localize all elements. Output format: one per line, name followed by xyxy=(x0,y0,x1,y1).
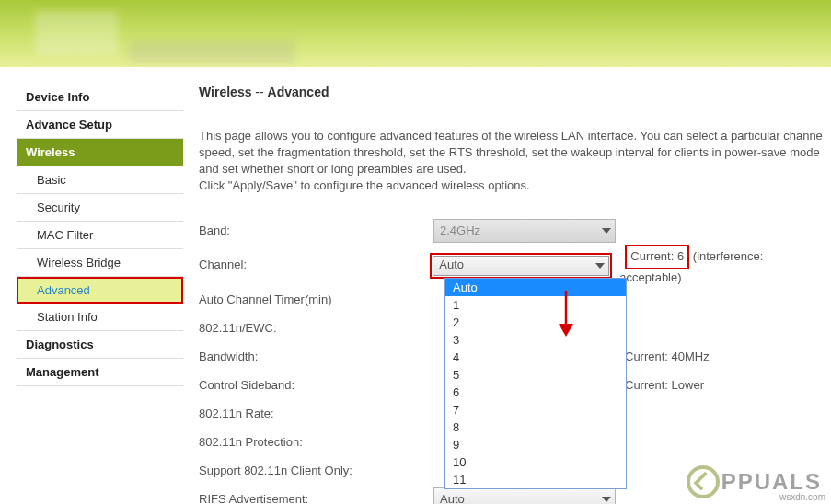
protection-label: 802.11n Protection: xyxy=(199,434,433,451)
sidebar-item-station-info[interactable]: Station Info xyxy=(17,304,183,331)
bandwidth-label: Bandwidth: xyxy=(199,349,433,365)
sidebar-item-wireless-bridge[interactable]: Wireless Bridge xyxy=(17,249,183,277)
rifs-select[interactable]: Auto xyxy=(433,487,616,504)
sidebar-item-mac-filter[interactable]: MAC Filter xyxy=(17,222,183,249)
dropdown-item-2[interactable]: 2 xyxy=(445,314,626,331)
auto-channel-timer-label: Auto Channel Timer(min) xyxy=(199,292,433,308)
rifs-label: RIFS Advertisement: xyxy=(199,491,433,504)
watermark-check-icon xyxy=(687,465,720,498)
watermark-url: wsxdn.com xyxy=(779,492,825,502)
bandwidth-current: Current: 40MHz xyxy=(617,349,710,365)
dropdown-item-3[interactable]: 3 xyxy=(445,331,626,349)
dropdown-item-6[interactable]: 6 xyxy=(445,384,626,401)
sideband-label: Control Sideband: xyxy=(199,377,433,394)
dropdown-item-10[interactable]: 10 xyxy=(445,453,626,471)
sidebar-item-device-info[interactable]: Device Info xyxy=(17,84,183,111)
sidebar-item-advanced[interactable]: Advanced xyxy=(17,277,183,304)
caret-down-icon xyxy=(602,497,611,502)
caret-down-icon xyxy=(602,228,611,234)
sidebar-item-wireless[interactable]: Wireless xyxy=(17,139,183,166)
page-title-section: Wireless xyxy=(199,85,251,99)
dropdown-item-4[interactable]: 4 xyxy=(445,349,626,366)
channel-dropdown: Auto 1 2 3 4 5 6 7 8 9 10 11 xyxy=(444,278,627,489)
band-select[interactable]: 2.4GHz xyxy=(433,219,616,243)
ewc-label: 802.11n/EWC: xyxy=(199,320,433,337)
dropdown-item-11[interactable]: 11 xyxy=(445,471,626,488)
dropdown-item-1[interactable]: 1 xyxy=(445,296,626,314)
caret-down-icon xyxy=(595,263,605,269)
page-description: This page allows you to configure advanc… xyxy=(199,128,825,195)
page-title-page: Advanced xyxy=(268,85,329,99)
channel-label: Channel: xyxy=(199,257,430,273)
sidebar-item-basic[interactable]: Basic xyxy=(17,166,183,194)
channel-select-highlight: Auto xyxy=(430,253,612,279)
sideband-current: Current: Lower xyxy=(617,377,704,394)
tagline-blur xyxy=(129,40,294,63)
band-label: Band: xyxy=(199,223,433,239)
dropdown-item-5[interactable]: 5 xyxy=(445,366,626,384)
sidebar-item-security[interactable]: Security xyxy=(17,194,183,222)
dropdown-item-9[interactable]: 9 xyxy=(445,436,626,453)
sidebar-item-management[interactable]: Management xyxy=(17,359,183,386)
sidebar: Device Info Advance Setup Wireless Basic… xyxy=(0,67,186,504)
dropdown-item-auto[interactable]: Auto xyxy=(445,279,626,296)
sidebar-item-advance-setup[interactable]: Advance Setup xyxy=(17,111,183,139)
client-only-label: Support 802.11n Client Only: xyxy=(199,463,433,479)
sidebar-item-diagnostics[interactable]: Diagnostics xyxy=(17,331,183,359)
dropdown-item-8[interactable]: 8 xyxy=(445,418,626,436)
dropdown-item-7[interactable]: 7 xyxy=(445,401,626,418)
logo-blur xyxy=(35,11,118,55)
page-title: Wireless -- Advanced xyxy=(199,84,825,102)
header-banner xyxy=(0,0,831,67)
rate-label: 802.11n Rate: xyxy=(199,406,433,422)
channel-select[interactable]: Auto xyxy=(433,256,609,276)
channel-current-highlight: Current: 6 xyxy=(625,245,689,269)
